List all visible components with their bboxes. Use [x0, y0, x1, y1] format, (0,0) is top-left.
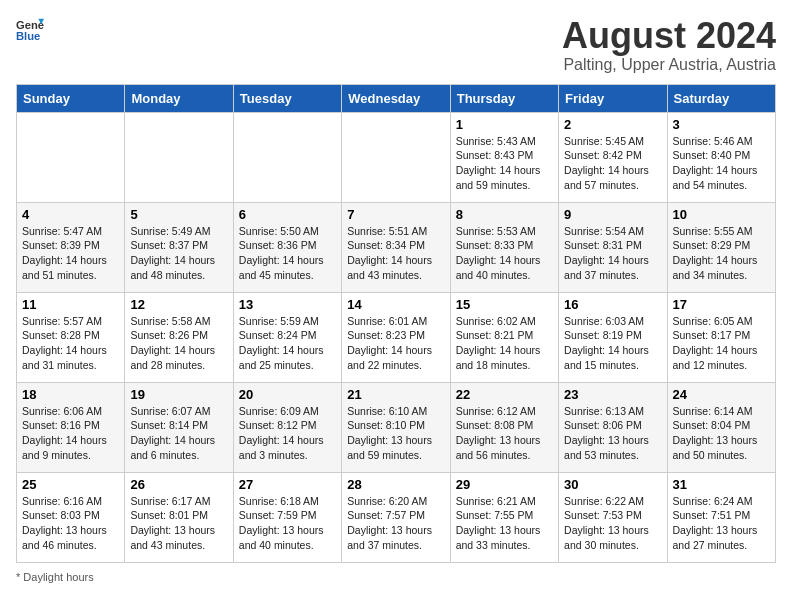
day-cell: 21Sunrise: 6:10 AM Sunset: 8:10 PM Dayli…: [342, 382, 450, 472]
day-header-wednesday: Wednesday: [342, 84, 450, 112]
day-number: 12: [130, 297, 227, 312]
day-cell: 30Sunrise: 6:22 AM Sunset: 7:53 PM Dayli…: [559, 472, 667, 562]
day-info: Sunrise: 5:49 AM Sunset: 8:37 PM Dayligh…: [130, 224, 227, 283]
day-cell: 24Sunrise: 6:14 AM Sunset: 8:04 PM Dayli…: [667, 382, 775, 472]
day-cell: 3Sunrise: 5:46 AM Sunset: 8:40 PM Daylig…: [667, 112, 775, 202]
calendar-table: SundayMondayTuesdayWednesdayThursdayFrid…: [16, 84, 776, 563]
day-cell: 11Sunrise: 5:57 AM Sunset: 8:28 PM Dayli…: [17, 292, 125, 382]
week-row-2: 4Sunrise: 5:47 AM Sunset: 8:39 PM Daylig…: [17, 202, 776, 292]
day-number: 18: [22, 387, 119, 402]
day-cell: 13Sunrise: 5:59 AM Sunset: 8:24 PM Dayli…: [233, 292, 341, 382]
day-info: Sunrise: 6:01 AM Sunset: 8:23 PM Dayligh…: [347, 314, 444, 373]
day-header-monday: Monday: [125, 84, 233, 112]
day-cell: 22Sunrise: 6:12 AM Sunset: 8:08 PM Dayli…: [450, 382, 558, 472]
day-number: 26: [130, 477, 227, 492]
day-cell: 23Sunrise: 6:13 AM Sunset: 8:06 PM Dayli…: [559, 382, 667, 472]
day-number: 15: [456, 297, 553, 312]
day-cell: 18Sunrise: 6:06 AM Sunset: 8:16 PM Dayli…: [17, 382, 125, 472]
day-cell: [125, 112, 233, 202]
day-info: Sunrise: 6:16 AM Sunset: 8:03 PM Dayligh…: [22, 494, 119, 553]
day-number: 2: [564, 117, 661, 132]
day-cell: 5Sunrise: 5:49 AM Sunset: 8:37 PM Daylig…: [125, 202, 233, 292]
page-header: General Blue August 2024 Palting, Upper …: [16, 16, 776, 74]
day-cell: [233, 112, 341, 202]
day-number: 5: [130, 207, 227, 222]
day-number: 11: [22, 297, 119, 312]
day-header-tuesday: Tuesday: [233, 84, 341, 112]
day-info: Sunrise: 6:14 AM Sunset: 8:04 PM Dayligh…: [673, 404, 770, 463]
day-number: 20: [239, 387, 336, 402]
day-number: 14: [347, 297, 444, 312]
day-info: Sunrise: 6:02 AM Sunset: 8:21 PM Dayligh…: [456, 314, 553, 373]
day-header-saturday: Saturday: [667, 84, 775, 112]
day-info: Sunrise: 5:58 AM Sunset: 8:26 PM Dayligh…: [130, 314, 227, 373]
day-number: 16: [564, 297, 661, 312]
day-cell: 25Sunrise: 6:16 AM Sunset: 8:03 PM Dayli…: [17, 472, 125, 562]
day-info: Sunrise: 5:54 AM Sunset: 8:31 PM Dayligh…: [564, 224, 661, 283]
day-number: 29: [456, 477, 553, 492]
day-number: 4: [22, 207, 119, 222]
day-info: Sunrise: 6:17 AM Sunset: 8:01 PM Dayligh…: [130, 494, 227, 553]
day-number: 17: [673, 297, 770, 312]
logo: General Blue: [16, 16, 44, 44]
day-info: Sunrise: 5:57 AM Sunset: 8:28 PM Dayligh…: [22, 314, 119, 373]
day-info: Sunrise: 6:09 AM Sunset: 8:12 PM Dayligh…: [239, 404, 336, 463]
day-cell: 12Sunrise: 5:58 AM Sunset: 8:26 PM Dayli…: [125, 292, 233, 382]
day-info: Sunrise: 6:24 AM Sunset: 7:51 PM Dayligh…: [673, 494, 770, 553]
day-number: 8: [456, 207, 553, 222]
day-info: Sunrise: 5:46 AM Sunset: 8:40 PM Dayligh…: [673, 134, 770, 193]
day-header-friday: Friday: [559, 84, 667, 112]
day-number: 1: [456, 117, 553, 132]
day-cell: 17Sunrise: 6:05 AM Sunset: 8:17 PM Dayli…: [667, 292, 775, 382]
day-info: Sunrise: 5:51 AM Sunset: 8:34 PM Dayligh…: [347, 224, 444, 283]
day-number: 23: [564, 387, 661, 402]
day-cell: 6Sunrise: 5:50 AM Sunset: 8:36 PM Daylig…: [233, 202, 341, 292]
day-number: 27: [239, 477, 336, 492]
day-cell: 27Sunrise: 6:18 AM Sunset: 7:59 PM Dayli…: [233, 472, 341, 562]
day-number: 31: [673, 477, 770, 492]
week-row-3: 11Sunrise: 5:57 AM Sunset: 8:28 PM Dayli…: [17, 292, 776, 382]
day-cell: 15Sunrise: 6:02 AM Sunset: 8:21 PM Dayli…: [450, 292, 558, 382]
day-info: Sunrise: 5:59 AM Sunset: 8:24 PM Dayligh…: [239, 314, 336, 373]
day-cell: [342, 112, 450, 202]
day-cell: 2Sunrise: 5:45 AM Sunset: 8:42 PM Daylig…: [559, 112, 667, 202]
day-info: Sunrise: 5:50 AM Sunset: 8:36 PM Dayligh…: [239, 224, 336, 283]
day-info: Sunrise: 6:05 AM Sunset: 8:17 PM Dayligh…: [673, 314, 770, 373]
title-area: August 2024 Palting, Upper Austria, Aust…: [562, 16, 776, 74]
day-number: 13: [239, 297, 336, 312]
day-info: Sunrise: 6:20 AM Sunset: 7:57 PM Dayligh…: [347, 494, 444, 553]
day-header-thursday: Thursday: [450, 84, 558, 112]
day-cell: 8Sunrise: 5:53 AM Sunset: 8:33 PM Daylig…: [450, 202, 558, 292]
day-cell: 29Sunrise: 6:21 AM Sunset: 7:55 PM Dayli…: [450, 472, 558, 562]
calendar-title: August 2024: [562, 16, 776, 56]
day-cell: 14Sunrise: 6:01 AM Sunset: 8:23 PM Dayli…: [342, 292, 450, 382]
day-cell: 7Sunrise: 5:51 AM Sunset: 8:34 PM Daylig…: [342, 202, 450, 292]
day-cell: 4Sunrise: 5:47 AM Sunset: 8:39 PM Daylig…: [17, 202, 125, 292]
day-info: Sunrise: 6:07 AM Sunset: 8:14 PM Dayligh…: [130, 404, 227, 463]
day-number: 21: [347, 387, 444, 402]
day-info: Sunrise: 5:47 AM Sunset: 8:39 PM Dayligh…: [22, 224, 119, 283]
day-info: Sunrise: 6:22 AM Sunset: 7:53 PM Dayligh…: [564, 494, 661, 553]
day-number: 3: [673, 117, 770, 132]
day-number: 9: [564, 207, 661, 222]
day-info: Sunrise: 5:43 AM Sunset: 8:43 PM Dayligh…: [456, 134, 553, 193]
svg-text:Blue: Blue: [16, 30, 40, 42]
day-info: Sunrise: 6:12 AM Sunset: 8:08 PM Dayligh…: [456, 404, 553, 463]
day-number: 6: [239, 207, 336, 222]
calendar-subtitle: Palting, Upper Austria, Austria: [562, 56, 776, 74]
week-row-1: 1Sunrise: 5:43 AM Sunset: 8:43 PM Daylig…: [17, 112, 776, 202]
day-cell: 9Sunrise: 5:54 AM Sunset: 8:31 PM Daylig…: [559, 202, 667, 292]
day-info: Sunrise: 6:10 AM Sunset: 8:10 PM Dayligh…: [347, 404, 444, 463]
day-number: 28: [347, 477, 444, 492]
week-row-5: 25Sunrise: 6:16 AM Sunset: 8:03 PM Dayli…: [17, 472, 776, 562]
day-info: Sunrise: 5:45 AM Sunset: 8:42 PM Dayligh…: [564, 134, 661, 193]
day-cell: 28Sunrise: 6:20 AM Sunset: 7:57 PM Dayli…: [342, 472, 450, 562]
day-cell: 10Sunrise: 5:55 AM Sunset: 8:29 PM Dayli…: [667, 202, 775, 292]
day-header-sunday: Sunday: [17, 84, 125, 112]
day-cell: 1Sunrise: 5:43 AM Sunset: 8:43 PM Daylig…: [450, 112, 558, 202]
logo-icon: General Blue: [16, 16, 44, 44]
day-info: Sunrise: 6:03 AM Sunset: 8:19 PM Dayligh…: [564, 314, 661, 373]
day-cell: 16Sunrise: 6:03 AM Sunset: 8:19 PM Dayli…: [559, 292, 667, 382]
day-info: Sunrise: 5:53 AM Sunset: 8:33 PM Dayligh…: [456, 224, 553, 283]
day-header-row: SundayMondayTuesdayWednesdayThursdayFrid…: [17, 84, 776, 112]
